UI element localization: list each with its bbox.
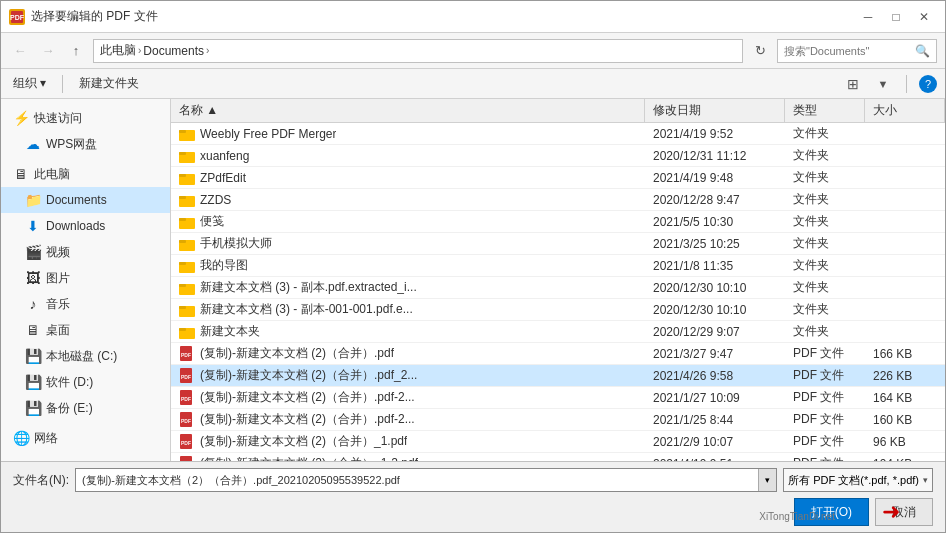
svg-rect-7: [179, 174, 186, 177]
sidebar-label-wps: WPS网盘: [46, 136, 97, 153]
file-type: 文件夹: [785, 257, 865, 274]
filetype-label: 所有 PDF 文档(*.pdf, *.pdf): [788, 473, 919, 488]
pdf-icon: PDF: [9, 9, 25, 25]
view-toggle-button[interactable]: ▼: [872, 73, 894, 95]
folder-icon: [179, 126, 195, 142]
sidebar-item-disk-c[interactable]: 💾 本地磁盘 (C:): [1, 343, 170, 369]
table-row[interactable]: 新建文本文档 (3) - 副本.pdf.extracted_i...2020/1…: [171, 277, 945, 299]
dialog-window: PDF 选择要编辑的 PDF 文件 ─ □ ✕ ← → ↑ 此电脑 › Docu…: [0, 0, 946, 533]
table-row[interactable]: PDF(复制)-新建文本文档 (2)（合并）.pdf-2...2021/1/25…: [171, 409, 945, 431]
disk-e-icon: 💾: [25, 400, 41, 416]
close-button[interactable]: ✕: [911, 7, 937, 27]
search-icon: 🔍: [915, 44, 930, 58]
sidebar-label-quick-access: 快速访问: [34, 110, 82, 127]
title-bar: PDF 选择要编辑的 PDF 文件 ─ □ ✕: [1, 1, 945, 33]
sidebar-item-wps[interactable]: ☁ WPS网盘: [1, 131, 170, 157]
open-button[interactable]: 打开(O) ➜: [794, 498, 869, 526]
sidebar-item-network[interactable]: 🌐 网络: [1, 425, 170, 451]
folder-icon: [179, 148, 195, 164]
new-folder-button[interactable]: 新建文件夹: [75, 73, 143, 95]
minimize-button[interactable]: ─: [855, 7, 881, 27]
sidebar-label-network: 网络: [34, 430, 58, 447]
filename-dropdown-button[interactable]: ▾: [758, 469, 776, 491]
file-date: 2020/12/29 9:07: [645, 325, 785, 339]
downloads-icon: ⬇: [25, 218, 41, 234]
col-header-type[interactable]: 类型: [785, 99, 865, 122]
col-header-name[interactable]: 名称 ▲: [171, 99, 645, 122]
sidebar-item-downloads[interactable]: ⬇ Downloads: [1, 213, 170, 239]
folder-icon: [179, 236, 195, 252]
file-type: PDF 文件: [785, 367, 865, 384]
wps-icon: ☁: [25, 136, 41, 152]
file-date: 2020/12/30 10:10: [645, 281, 785, 295]
file-date: 2020/12/28 9:47: [645, 193, 785, 207]
table-row[interactable]: PDF(复制)-新建文本文档 (2)（合并）.pdf2021/3/27 9:47…: [171, 343, 945, 365]
folder-icon: [179, 302, 195, 318]
help-button[interactable]: ?: [919, 75, 937, 93]
sidebar-item-this-pc[interactable]: 🖥 此电脑: [1, 161, 170, 187]
table-row[interactable]: 便笺2021/5/5 10:30文件夹: [171, 211, 945, 233]
filetype-dropdown-icon: ▾: [923, 475, 928, 485]
up-button[interactable]: ↑: [65, 40, 87, 62]
address-bar[interactable]: 此电脑 › Documents ›: [93, 39, 743, 63]
table-row[interactable]: PDF(复制)-新建文本文档 (2)（合并）_1-2.pdf2021/4/19 …: [171, 453, 945, 461]
sidebar-item-videos[interactable]: 🎬 视频: [1, 239, 170, 265]
table-row[interactable]: 手机模拟大师2021/3/25 10:25文件夹: [171, 233, 945, 255]
sidebar-label-disk-c: 本地磁盘 (C:): [46, 348, 117, 365]
file-date: 2021/4/26 9:58: [645, 369, 785, 383]
filename-input-container[interactable]: (复制)-新建文本文档（2）（合并）.pdf_20210205095539522…: [75, 468, 777, 492]
table-row[interactable]: 新建文本文档 (3) - 副本-001-001.pdf.e...2020/12/…: [171, 299, 945, 321]
folder-icon: [179, 280, 195, 296]
sidebar-item-quick-access[interactable]: ⚡ 快速访问: [1, 105, 170, 131]
file-type: 文件夹: [785, 235, 865, 252]
table-row[interactable]: Weebly Free PDF Merger2021/4/19 9:52文件夹: [171, 123, 945, 145]
svg-rect-21: [179, 328, 186, 331]
svg-text:PDF: PDF: [181, 374, 191, 380]
table-row[interactable]: ZPdfEdit2021/4/19 9:48文件夹: [171, 167, 945, 189]
forward-button[interactable]: →: [37, 40, 59, 62]
table-row[interactable]: PDF(复制)-新建文本文档 (2)（合并）_1.pdf2021/2/9 10:…: [171, 431, 945, 453]
sidebar-item-disk-d[interactable]: 💾 软件 (D:): [1, 369, 170, 395]
disk-c-icon: 💾: [25, 348, 41, 364]
back-button[interactable]: ←: [9, 40, 31, 62]
sidebar-label-this-pc: 此电脑: [34, 166, 70, 183]
table-row[interactable]: ZZDS2020/12/28 9:47文件夹: [171, 189, 945, 211]
file-date: 2021/4/19 9:52: [645, 127, 785, 141]
filetype-select[interactable]: 所有 PDF 文档(*.pdf, *.pdf) ▾: [783, 468, 933, 492]
svg-text:PDF: PDF: [10, 14, 24, 21]
refresh-button[interactable]: ↻: [749, 40, 771, 62]
main-content: ⚡ 快速访问 ☁ WPS网盘 🖥 此电脑 📁 Documents: [1, 99, 945, 461]
search-input[interactable]: [784, 45, 911, 57]
view-options-button[interactable]: ⊞: [842, 73, 864, 95]
title-bar-left: PDF 选择要编辑的 PDF 文件: [9, 8, 158, 25]
file-name: 新建文本文档 (3) - 副本-001-001.pdf.e...: [200, 301, 413, 318]
sidebar-item-music[interactable]: ♪ 音乐: [1, 291, 170, 317]
pictures-icon: 🖼: [25, 270, 41, 286]
file-type: 文件夹: [785, 191, 865, 208]
col-header-size[interactable]: 大小: [865, 99, 945, 122]
file-type: 文件夹: [785, 213, 865, 230]
sidebar-item-pictures[interactable]: 🖼 图片: [1, 265, 170, 291]
quick-access-icon: ⚡: [13, 110, 29, 126]
sidebar-item-documents[interactable]: 📁 Documents: [1, 187, 170, 213]
videos-icon: 🎬: [25, 244, 41, 260]
toolbar-separator2: [906, 75, 907, 93]
sidebar-item-disk-e[interactable]: 💾 备份 (E:): [1, 395, 170, 421]
col-header-date[interactable]: 修改日期: [645, 99, 785, 122]
file-type: 文件夹: [785, 279, 865, 296]
table-row[interactable]: 我的导图2021/1/8 11:35文件夹: [171, 255, 945, 277]
maximize-button[interactable]: □: [883, 7, 909, 27]
file-list: Weebly Free PDF Merger2021/4/19 9:52文件夹x…: [171, 123, 945, 461]
file-date: 2021/2/9 10:07: [645, 435, 785, 449]
table-row[interactable]: 新建文本夹2020/12/29 9:07文件夹: [171, 321, 945, 343]
search-box[interactable]: 🔍: [777, 39, 937, 63]
table-row[interactable]: PDF(复制)-新建文本文档 (2)（合并）.pdf-2...2021/1/27…: [171, 387, 945, 409]
sidebar-item-desktop[interactable]: 🖥 桌面: [1, 317, 170, 343]
table-row[interactable]: PDF(复制)-新建文本文档 (2)（合并）.pdf_2...2021/4/26…: [171, 365, 945, 387]
address-toolbar: ← → ↑ 此电脑 › Documents › ↻ 🔍: [1, 33, 945, 69]
organize-button[interactable]: 组织 ▾: [9, 73, 50, 95]
sidebar-label-downloads: Downloads: [46, 219, 105, 233]
cancel-button[interactable]: 取消: [875, 498, 933, 526]
svg-rect-5: [179, 152, 186, 155]
table-row[interactable]: xuanfeng2020/12/31 11:12文件夹: [171, 145, 945, 167]
